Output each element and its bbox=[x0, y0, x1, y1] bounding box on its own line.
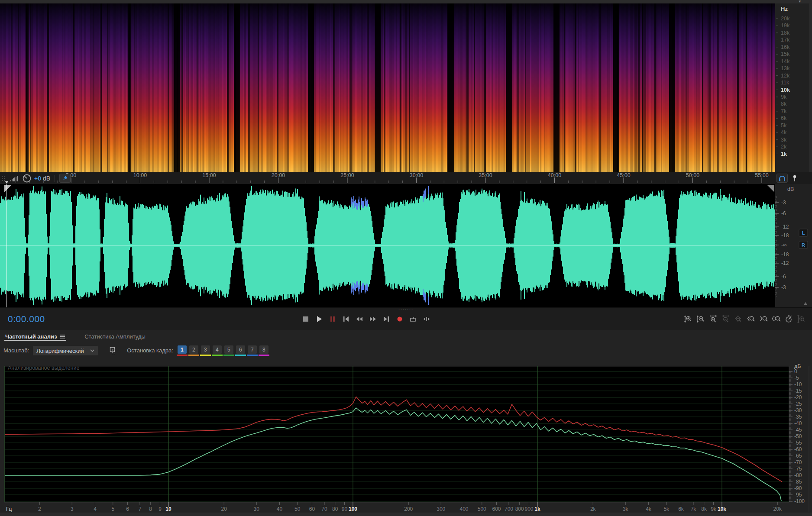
hold-button-2[interactable]: 2 bbox=[188, 345, 199, 356]
hold-button-7[interactable]: 7 bbox=[247, 345, 258, 356]
pause-button[interactable] bbox=[327, 314, 338, 324]
y-tick-label: -30 bbox=[794, 407, 802, 413]
drag-handle-dots[interactable]: ······· bbox=[0, 308, 812, 311]
rewind-icon bbox=[356, 316, 363, 322]
x-tick-label: 70 bbox=[321, 506, 327, 512]
hold-button-1[interactable]: 1 bbox=[177, 345, 188, 356]
fast-forward-button[interactable] bbox=[367, 314, 378, 324]
play-button[interactable] bbox=[314, 314, 324, 324]
waveform-display[interactable] bbox=[0, 184, 775, 307]
timeline-ruler[interactable]: 5:0010:0015:0020:0025:0030:0035:0040:004… bbox=[0, 172, 812, 184]
spectrogram-display[interactable] bbox=[0, 3, 775, 172]
record-icon bbox=[396, 316, 404, 322]
panel-drag-handle[interactable]: ······· ▾ bbox=[0, 0, 812, 3]
zoom-to-out-point-button[interactable] bbox=[758, 314, 769, 324]
tab-frequency-analysis[interactable]: Частотный анализ bbox=[4, 330, 66, 343]
x-tick-label: 10 bbox=[165, 506, 171, 512]
right-corner-grip[interactable] bbox=[767, 185, 774, 192]
zoom-out-vertical-button[interactable] bbox=[695, 314, 706, 324]
monitor-button[interactable] bbox=[776, 174, 788, 183]
x-tick-label: 8k bbox=[701, 506, 707, 512]
ruler-time-label: 40:00 bbox=[548, 172, 561, 178]
hold-button-4[interactable]: 4 bbox=[212, 345, 223, 356]
freq-scale-label: 16k bbox=[781, 44, 790, 50]
collapse-chevron-icon[interactable]: ▾ bbox=[799, 0, 801, 3]
x-tick-label: 10k bbox=[718, 506, 726, 512]
separator bbox=[55, 175, 55, 182]
loop-playback-button[interactable] bbox=[408, 314, 418, 324]
pin-icon bbox=[61, 175, 68, 182]
pin-button[interactable] bbox=[59, 174, 71, 183]
scale-select[interactable]: Логарифмический bbox=[32, 345, 98, 356]
freq-scale-label: 5k bbox=[781, 123, 787, 129]
ruler-time-label: 10:00 bbox=[133, 172, 147, 178]
freq-scale-label: 3k bbox=[781, 137, 787, 143]
ruler-time-label: 20:00 bbox=[272, 172, 285, 178]
zoom-duration-button[interactable] bbox=[783, 314, 794, 324]
gain-value[interactable]: +0 bbox=[34, 175, 41, 182]
zoom-to-selection-button[interactable] bbox=[770, 314, 781, 324]
skip-playhead-button[interactable] bbox=[421, 314, 432, 324]
hold-buttons: 12345678 bbox=[177, 345, 269, 356]
hold-button-number: 8 bbox=[259, 345, 269, 354]
stop-button[interactable] bbox=[300, 314, 311, 324]
record-button[interactable] bbox=[394, 314, 405, 324]
hold-button-3[interactable]: 3 bbox=[200, 345, 211, 356]
x-tick-label: 20k bbox=[773, 506, 782, 512]
hold-button-8[interactable]: 8 bbox=[259, 345, 269, 356]
skip-to-end-button[interactable] bbox=[381, 314, 391, 324]
loop-icon bbox=[409, 316, 417, 322]
x-tick-label: 20 bbox=[221, 506, 227, 512]
pause-icon bbox=[329, 316, 336, 322]
marker-icon[interactable] bbox=[791, 174, 798, 182]
y-tick-label: -65 bbox=[794, 453, 802, 459]
scale-label: Масштаб: bbox=[3, 345, 29, 356]
hold-button-6[interactable]: 6 bbox=[235, 345, 246, 356]
freq-scale-label: 19k bbox=[781, 23, 790, 29]
skip-to-start-button[interactable] bbox=[340, 314, 351, 324]
x-tick-label: 5 bbox=[111, 506, 114, 512]
zout-point-icon bbox=[759, 315, 768, 323]
zoom-in-vertical-button[interactable] bbox=[683, 314, 693, 324]
zoom-toolbar bbox=[683, 314, 806, 324]
zoom-out-horizontal-button bbox=[720, 314, 731, 324]
hold-color-swatch bbox=[223, 355, 234, 356]
frequency-plot[interactable]: 2345678910203040506070809010020030040050… bbox=[0, 363, 812, 516]
hold-button-number: 4 bbox=[213, 345, 222, 354]
tab-amplitude-statistics[interactable]: Статистика Амплитуды bbox=[84, 330, 146, 343]
hold-button-5[interactable]: 5 bbox=[223, 345, 234, 356]
ruler-time-label: 50:00 bbox=[686, 172, 699, 178]
freq-scale-label: 4k bbox=[781, 129, 787, 135]
copy-data-button[interactable] bbox=[107, 345, 117, 356]
x-tick-label: 2k bbox=[590, 506, 596, 512]
knob-icon[interactable] bbox=[22, 174, 32, 183]
skip-start-icon bbox=[342, 316, 350, 322]
freq-scale-label: 20k bbox=[781, 16, 790, 22]
y-tick-label: -60 bbox=[794, 446, 802, 452]
freq-scale-label: 8k bbox=[781, 101, 787, 107]
ruler-time-label: 15:00 bbox=[202, 172, 216, 178]
spectrogram-scrollbar[interactable] bbox=[809, 3, 812, 172]
zin-v-icon bbox=[684, 315, 692, 323]
y-tick-label: -70 bbox=[794, 459, 802, 465]
skip-end-icon bbox=[382, 316, 390, 322]
zoom-to-in-point-button[interactable] bbox=[745, 314, 756, 324]
waveform-center-line bbox=[0, 245, 775, 245]
zoom-in-horizontal-button[interactable] bbox=[708, 314, 718, 324]
meter-icon[interactable] bbox=[10, 174, 19, 182]
ffwd-icon bbox=[369, 316, 377, 322]
left-corner-grip[interactable] bbox=[4, 185, 12, 192]
zin-h-icon bbox=[709, 315, 718, 323]
amplitude-scale-label: -3 bbox=[781, 284, 786, 290]
amplitude-scale-label: -∞ bbox=[781, 242, 787, 248]
time-display[interactable]: 0:00.000 bbox=[8, 314, 45, 324]
amplitude-scale-label: -6 bbox=[781, 210, 786, 216]
x-tick-label: 8 bbox=[149, 506, 152, 512]
y-tick-label: -80 bbox=[794, 472, 802, 478]
y-tick-label: -10 bbox=[794, 381, 802, 387]
hold-color-swatch bbox=[212, 355, 223, 356]
ruler-time-label: 35:00 bbox=[479, 172, 492, 178]
panel-menu-icon[interactable] bbox=[60, 334, 65, 339]
rewind-button[interactable] bbox=[354, 314, 365, 324]
y-tick-label: -15 bbox=[794, 388, 802, 394]
